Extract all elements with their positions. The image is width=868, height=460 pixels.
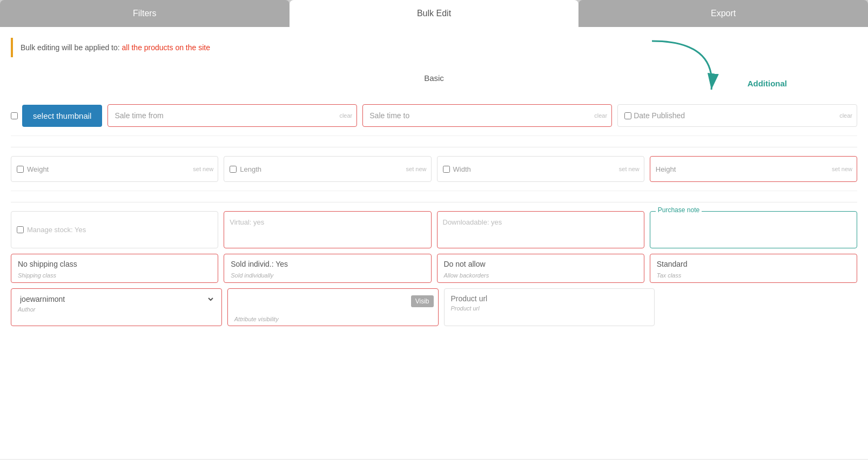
date-published-field[interactable]: Date Published clear xyxy=(617,104,857,127)
row5-spacer xyxy=(660,288,857,326)
product-url-input[interactable] xyxy=(451,294,648,303)
author-label: Author xyxy=(18,306,215,313)
height-label: Height xyxy=(656,165,676,173)
width-checkbox[interactable] xyxy=(443,166,450,173)
width-set-new[interactable]: set new xyxy=(619,166,640,172)
section-header-basic: Basic xyxy=(11,68,857,88)
shipping-class-value: No shipping class xyxy=(18,260,211,268)
select-thumbnail-button[interactable]: select thumbnail xyxy=(22,105,102,127)
shipping-class-label: Shipping class xyxy=(18,272,56,279)
downloadable-field[interactable]: Downloadable: yes xyxy=(437,211,644,248)
tab-export[interactable]: Export xyxy=(578,0,868,27)
purchase-note-field[interactable]: Purchase note xyxy=(650,211,857,248)
height-set-new[interactable]: set new xyxy=(832,166,852,172)
row-stock-virtual: Manage stock: Yes Virtual: yes Downloada… xyxy=(11,211,857,248)
thumbnail-group: select thumbnail xyxy=(11,105,102,127)
manage-stock-checkbox[interactable] xyxy=(17,226,24,233)
notice-prefix: Bulk editing will be applied to: xyxy=(21,43,122,52)
attr-visibility-field[interactable]: Visib Attribute visibility xyxy=(227,288,439,326)
weight-label: Weight xyxy=(27,165,49,173)
attr-visibility-button[interactable]: Visib xyxy=(411,295,434,307)
date-published-checkbox[interactable] xyxy=(624,112,631,119)
row-dimensions: Weight set new Length set new Width set … xyxy=(11,156,857,191)
length-field: Length set new xyxy=(224,156,431,182)
allow-backorders-field[interactable]: Do not allow Allow backorders xyxy=(437,254,644,283)
allow-backorders-label: Allow backorders xyxy=(444,272,489,279)
tab-bar: Filters Bulk Edit Export xyxy=(0,0,868,27)
attr-visibility-label: Attribute visibility xyxy=(234,316,279,322)
tab-bulk-edit[interactable]: Bulk Edit xyxy=(290,0,579,27)
sale-time-from-field[interactable]: Sale time from clear xyxy=(107,104,357,127)
clear-sale-from[interactable]: clear xyxy=(339,112,352,119)
product-url-field[interactable]: Product url xyxy=(444,288,655,326)
height-field: Height set new xyxy=(650,156,857,182)
row-thumbnail-sale: select thumbnail Sale time from clear Sa… xyxy=(11,104,857,136)
width-label: Width xyxy=(453,165,471,173)
row-author: joewarnimont Author Visib Attribute visi… xyxy=(11,288,857,326)
main-content: Bulk editing will be applied to: all the… xyxy=(0,27,868,459)
tax-class-label: Tax class xyxy=(657,272,681,279)
allow-backorders-value: Do not allow xyxy=(444,260,637,268)
divider-2 xyxy=(11,202,857,202)
row-shipping: No shipping class Shipping class Sold in… xyxy=(11,254,857,283)
length-set-new[interactable]: set new xyxy=(406,166,427,172)
notice-highlight: all the products on the site xyxy=(122,43,210,52)
length-checkbox[interactable] xyxy=(230,166,237,173)
author-field[interactable]: joewarnimont Author xyxy=(11,288,222,326)
width-field: Width set new xyxy=(437,156,644,182)
purchase-note-input[interactable] xyxy=(656,218,851,240)
weight-set-new[interactable]: set new xyxy=(193,166,213,172)
weight-field: Weight set new xyxy=(11,156,218,182)
virtual-field[interactable]: Virtual: yes xyxy=(224,211,431,248)
product-url-label: Product url xyxy=(451,305,648,312)
tax-class-value: Standard xyxy=(657,260,850,268)
weight-checkbox[interactable] xyxy=(17,166,24,173)
manage-stock-field[interactable]: Manage stock: Yes xyxy=(11,211,218,248)
section-headers: Basic Additional xyxy=(11,68,857,88)
sold-individually-label: Sold individually xyxy=(231,272,273,279)
author-select[interactable]: joewarnimont xyxy=(18,294,215,304)
divider-1 xyxy=(11,147,857,147)
tax-class-field[interactable]: Standard Tax class xyxy=(650,254,857,283)
length-label: Length xyxy=(240,165,261,173)
shipping-class-field[interactable]: No shipping class Shipping class xyxy=(11,254,218,283)
notice-bar: Bulk editing will be applied to: all the… xyxy=(11,38,857,57)
clear-sale-to[interactable]: clear xyxy=(594,112,607,119)
sale-time-to-field[interactable]: Sale time to clear xyxy=(362,104,612,127)
sold-individually-field[interactable]: Sold individ.: Yes Sold individually xyxy=(224,254,431,283)
clear-date-published[interactable]: clear xyxy=(839,112,852,119)
purchase-note-legend: Purchase note xyxy=(656,206,702,214)
thumbnail-checkbox[interactable] xyxy=(11,112,18,119)
sold-individually-value: Sold individ.: Yes xyxy=(231,260,424,268)
tab-filters[interactable]: Filters xyxy=(0,0,290,27)
section-header-additional: Additional xyxy=(742,73,792,93)
